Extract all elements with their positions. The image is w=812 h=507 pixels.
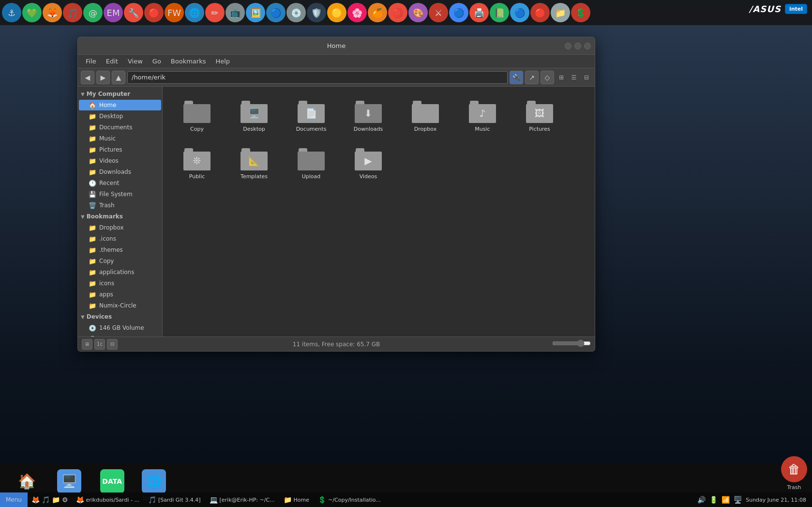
tray-icon-folder[interactable]: 📁 bbox=[52, 496, 60, 504]
tray-screen-icon[interactable]: 🖥️ bbox=[734, 496, 742, 504]
sidebar-item-downloads[interactable]: 📁 Downloads bbox=[79, 167, 161, 177]
trash-bottom[interactable]: 🗑 Trash bbox=[781, 456, 807, 491]
status-btn-2[interactable]: 1c bbox=[94, 339, 105, 350]
sidebar-item-videos[interactable]: 📁 Videos bbox=[79, 155, 161, 166]
tray-icon-settings[interactable]: ⚙ bbox=[62, 496, 68, 504]
forward-button[interactable]: ▶ bbox=[96, 71, 110, 84]
sidebar-item-numix[interactable]: 📁 Numix-Circle bbox=[79, 300, 161, 311]
sidebar-item-music[interactable]: 📁 Music bbox=[79, 133, 161, 144]
app-icon-pen[interactable]: ✏️ bbox=[205, 3, 225, 22]
app-icon-chrome[interactable]: 🔵 bbox=[449, 3, 468, 22]
sidebar-section-bookmarks[interactable]: ▼ Bookmarks bbox=[78, 211, 162, 222]
app-icon-dollar[interactable]: 💲 bbox=[571, 3, 590, 22]
menu-file[interactable]: File bbox=[82, 57, 100, 66]
app-icon-yellow[interactable]: 🟡 bbox=[327, 3, 346, 22]
sidebar-section-mycomputer[interactable]: ▼ My Computer bbox=[78, 89, 162, 99]
sidebar-item-pictures[interactable]: 📁 Pictures bbox=[79, 144, 161, 155]
tray-battery-icon[interactable]: 🔋 bbox=[709, 496, 718, 504]
tray-app-copy[interactable]: 💲 ~/Copy/Installatio... bbox=[314, 495, 385, 505]
sidebar-item-146gb[interactable]: 💿 146 GB Volume bbox=[79, 323, 161, 333]
app-icon-image[interactable]: 🖼️ bbox=[246, 3, 265, 22]
tray-icon-music[interactable]: 🎵 bbox=[42, 496, 50, 504]
app-icon-blue2[interactable]: 🔵 bbox=[510, 3, 529, 22]
menu-go[interactable]: Go bbox=[149, 57, 165, 66]
app-icon-fw[interactable]: FW bbox=[165, 3, 184, 22]
file-icon-downloads[interactable]: ⬇ Downloads bbox=[342, 94, 395, 138]
tray-app-home[interactable]: 📁 Home bbox=[280, 495, 313, 505]
tray-menu-button[interactable]: Menu bbox=[0, 492, 28, 507]
tray-sound-icon[interactable]: 🔊 bbox=[697, 496, 706, 504]
properties-button[interactable]: ◇ bbox=[541, 71, 554, 84]
app-icon-circle1[interactable]: 🔵 bbox=[266, 3, 286, 22]
file-icon-upload[interactable]: Upload bbox=[285, 142, 338, 185]
sidebar-item-trash[interactable]: 🗑️ Trash bbox=[79, 200, 161, 211]
grid-view-button[interactable]: ⊞ bbox=[556, 72, 567, 83]
open-terminal-button[interactable]: 🖥 bbox=[82, 339, 92, 350]
app-icon-screen[interactable]: 📺 bbox=[226, 3, 245, 22]
app-icon-sword[interactable]: ⚔️ bbox=[429, 3, 448, 22]
tray-app-term[interactable]: 💻 [erik@Erik-HP: ~/C... bbox=[206, 495, 279, 505]
close-button[interactable] bbox=[584, 43, 591, 49]
sidebar-item-icons[interactable]: 📁 icons bbox=[79, 278, 161, 289]
menu-view[interactable]: View bbox=[124, 57, 147, 66]
app-icon-paint[interactable]: 🎨 bbox=[408, 3, 428, 22]
status-btn-3[interactable]: ⊟ bbox=[107, 339, 118, 350]
app-icon-blue1[interactable]: 🌐 bbox=[185, 3, 204, 22]
sidebar-item-documents[interactable]: 📁 Documents bbox=[79, 122, 161, 133]
app-icon-activity[interactable]: 💚 bbox=[22, 3, 42, 22]
address-bar[interactable]: /home/erik bbox=[127, 71, 508, 84]
app-icon-files[interactable]: 📁 bbox=[551, 3, 570, 22]
sidebar-item-filesystem[interactable]: 💾 File System bbox=[79, 189, 161, 200]
tray-icon-firefox[interactable]: 🦊 bbox=[31, 496, 40, 504]
tray-app-git[interactable]: 🎵 [Sardi Git 3.4.4] bbox=[144, 495, 205, 505]
app-icon-book[interactable]: 📗 bbox=[490, 3, 509, 22]
app-icon-circle2[interactable]: ⭕ bbox=[388, 3, 407, 22]
app-icon-orange[interactable]: 🍊 bbox=[368, 3, 387, 22]
sidebar-item-icons-hidden[interactable]: 📁 .icons bbox=[79, 233, 161, 244]
sidebar-item-apps[interactable]: 📁 apps bbox=[79, 289, 161, 300]
status-slider[interactable] bbox=[552, 339, 591, 349]
sidebar-item-applications[interactable]: 📁 applications bbox=[79, 267, 161, 277]
menu-bookmarks[interactable]: Bookmarks bbox=[167, 57, 210, 66]
back-button[interactable]: ◀ bbox=[81, 71, 94, 84]
compact-view-button[interactable]: ⊟ bbox=[581, 72, 592, 83]
file-icon-desktop[interactable]: 🖥️ Desktop bbox=[227, 94, 281, 138]
sidebar-item-dropbox[interactable]: 📁 Dropbox bbox=[79, 222, 161, 233]
app-icon-anchor[interactable]: ⚓ bbox=[2, 3, 21, 22]
file-icon-videos[interactable]: ▶ Videos bbox=[342, 142, 395, 185]
up-button[interactable]: ▲ bbox=[112, 71, 125, 84]
tray-app-sardi[interactable]: 🦊 erikdubois/Sardi - ... bbox=[72, 495, 143, 505]
bookmark-manager-button[interactable]: ↗ bbox=[525, 71, 539, 84]
file-icon-documents[interactable]: 📄 Documents bbox=[285, 94, 338, 138]
file-icon-music[interactable]: ♪ Music bbox=[456, 94, 509, 138]
sidebar-section-devices[interactable]: ▼ Devices bbox=[78, 311, 162, 322]
sidebar-item-themes[interactable]: 📁 .themes bbox=[79, 245, 161, 255]
app-icon-mail[interactable]: @ bbox=[83, 3, 103, 22]
app-icon-red2[interactable]: 🔴 bbox=[144, 3, 164, 22]
app-icon-settings[interactable]: 🔧 bbox=[124, 3, 143, 22]
app-icon-firefox[interactable]: 🦊 bbox=[43, 3, 62, 22]
connect-button[interactable]: 🔌 bbox=[510, 71, 523, 84]
file-icon-templates[interactable]: 📐 Templates bbox=[227, 142, 281, 185]
app-icon-printer[interactable]: 🖨️ bbox=[469, 3, 489, 22]
app-icon-flower[interactable]: 🌸 bbox=[347, 3, 367, 22]
sidebar-item-recent[interactable]: 🕐 Recent bbox=[79, 178, 161, 188]
sidebar-item-home[interactable]: 🏠 Home bbox=[79, 100, 161, 110]
menu-edit[interactable]: Edit bbox=[102, 57, 122, 66]
app-icon-shield[interactable]: 🛡️ bbox=[307, 3, 326, 22]
sidebar-item-copy[interactable]: 📁 Copy bbox=[79, 256, 161, 266]
tray-network-icon[interactable]: 📶 bbox=[722, 496, 730, 504]
list-view-button[interactable]: ☰ bbox=[569, 72, 579, 83]
file-icon-copy[interactable]: Copy bbox=[170, 94, 224, 138]
app-icon-red3[interactable]: 🔴 bbox=[530, 3, 550, 22]
minimize-button[interactable] bbox=[565, 43, 571, 49]
menu-help[interactable]: Help bbox=[211, 57, 234, 66]
file-icon-public[interactable]: ❊ Public bbox=[170, 142, 224, 185]
app-icon-em[interactable]: EM bbox=[104, 3, 123, 22]
zoom-slider[interactable] bbox=[552, 339, 591, 347]
file-icon-dropbox[interactable]: Dropbox bbox=[399, 94, 452, 138]
maximize-button[interactable] bbox=[574, 43, 581, 49]
app-icon-disc[interactable]: 💿 bbox=[286, 3, 306, 22]
sidebar-item-desktop[interactable]: 📁 Desktop bbox=[79, 111, 161, 122]
app-icon-spotify[interactable]: 🎵 bbox=[63, 3, 82, 22]
